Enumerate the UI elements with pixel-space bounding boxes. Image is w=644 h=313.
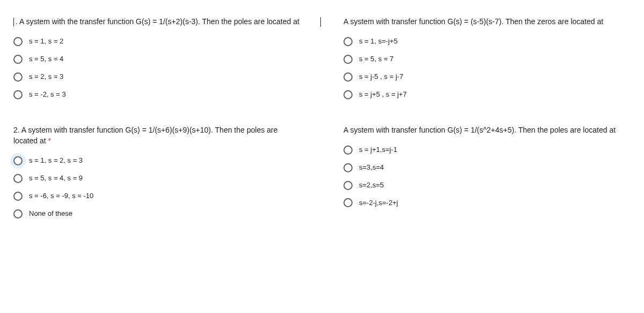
radio-icon (343, 198, 353, 207)
option-label: s=2,s=5 (359, 180, 384, 191)
question-1: . A system with the transfer function G(… (13, 16, 301, 100)
option-label: s = 1, s=-j+5 (359, 37, 398, 47)
question-3-prompt: A system with transfer function G(s) = (… (343, 16, 631, 27)
option-label: s = 5, s = 4, s = 9 (29, 173, 83, 184)
radio-icon (13, 72, 23, 82)
option-label: s = j+1,s=j-1 (359, 145, 397, 155)
radio-icon (13, 209, 23, 219)
q3-option-4[interactable]: s = j+5 , s = j+7 (343, 90, 631, 100)
q3-option-2[interactable]: s = 5, s = 7 (343, 54, 631, 64)
q2-option-2[interactable]: s = 5, s = 4, s = 9 (13, 173, 301, 184)
radio-icon (343, 181, 353, 190)
option-label: None of these (29, 209, 72, 219)
option-label: s = -2, s = 3 (29, 90, 66, 100)
question-3-text: A system with transfer function G(s) = (… (343, 17, 603, 26)
q1-option-3[interactable]: s = 2, s = 3 (13, 72, 301, 82)
radio-icon (13, 55, 23, 64)
q4-option-3[interactable]: s=2,s=5 (343, 180, 631, 191)
question-2-options: s = 1, s = 2, s = 3 s = 5, s = 4, s = 9 … (13, 156, 301, 219)
q3-option-1[interactable]: s = 1, s=-j+5 (343, 37, 631, 47)
radio-icon (343, 72, 353, 82)
option-label: s = 2, s = 3 (29, 72, 63, 82)
text-cursor-icon (320, 17, 321, 27)
radio-icon (343, 163, 353, 172)
q1-option-2[interactable]: s = 5, s = 4 (13, 54, 301, 64)
q4-option-1[interactable]: s = j+1,s=j-1 (343, 145, 631, 155)
radio-icon (13, 174, 23, 183)
option-label: s = 5, s = 4 (29, 54, 63, 64)
required-mark: * (48, 136, 51, 145)
question-4-prompt: A system with transfer function G(s) = 1… (343, 125, 631, 135)
q2-option-4[interactable]: None of these (13, 209, 301, 219)
question-3: A system with transfer function G(s) = (… (343, 16, 631, 100)
question-2-text: 2. A system with transfer function G(s) … (13, 126, 277, 145)
option-label: s = j-5 , s = j-7 (359, 72, 403, 82)
q4-option-2[interactable]: s=3,s=4 (343, 163, 631, 173)
question-4-text: A system with transfer function G(s) = 1… (343, 126, 616, 134)
option-label: s = 1, s = 2, s = 3 (29, 156, 83, 166)
option-label: s = 5, s = 7 (359, 54, 393, 64)
radio-icon (343, 37, 353, 46)
radio-icon (343, 145, 353, 155)
question-1-options: s = 1, s = 2 s = 5, s = 4 s = 2, s = 3 s… (13, 37, 301, 99)
left-column: . A system with the transfer function G(… (13, 16, 301, 244)
option-label: s = 1, s = 2 (29, 37, 63, 47)
radio-icon (13, 156, 23, 165)
q4-option-4[interactable]: s=-2-j,s=-2+j (343, 198, 631, 208)
question-4-options: s = j+1,s=j-1 s=3,s=4 s=2,s=5 s=-2-j,s=-… (343, 145, 631, 208)
option-label: s=-2-j,s=-2+j (359, 198, 398, 208)
question-1-prompt: . A system with the transfer function G(… (13, 16, 301, 27)
q2-option-1[interactable]: s = 1, s = 2, s = 3 (13, 156, 301, 166)
radio-icon (343, 55, 353, 64)
radio-icon (13, 192, 23, 201)
q1-option-1[interactable]: s = 1, s = 2 (13, 37, 301, 47)
option-label: s = j+5 , s = j+7 (359, 90, 407, 100)
q3-option-3[interactable]: s = j-5 , s = j-7 (343, 72, 631, 82)
question-1-text: . A system with the transfer function G(… (16, 17, 299, 26)
right-column: A system with transfer function G(s) = (… (343, 16, 631, 244)
option-label: s=3,s=4 (359, 163, 384, 173)
question-2-prompt: 2. A system with transfer function G(s) … (13, 125, 301, 147)
radio-icon (13, 37, 23, 46)
q1-option-4[interactable]: s = -2, s = 3 (13, 90, 301, 100)
option-label: s = -6, s = -9, s = -10 (29, 191, 93, 201)
question-4: A system with transfer function G(s) = 1… (343, 125, 631, 208)
radio-icon (343, 90, 353, 99)
radio-icon (13, 90, 23, 99)
q2-option-3[interactable]: s = -6, s = -9, s = -10 (13, 191, 301, 201)
text-cursor-icon (13, 18, 14, 26)
question-2: 2. A system with transfer function G(s) … (13, 125, 301, 219)
question-3-options: s = 1, s=-j+5 s = 5, s = 7 s = j-5 , s =… (343, 37, 631, 99)
